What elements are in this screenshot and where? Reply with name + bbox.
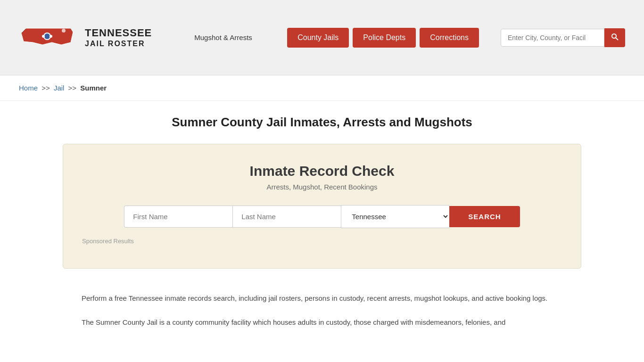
- logo-area: TENNESSEE JAIL ROSTER: [19, 19, 152, 57]
- inmate-search-form: Tennessee Alabama Georgia Kentucky Virgi…: [82, 205, 562, 228]
- tennessee-map-icon: [19, 19, 75, 57]
- record-check-title: Inmate Record Check: [82, 163, 562, 179]
- svg-point-3: [42, 35, 45, 38]
- svg-line-7: [616, 38, 618, 40]
- county-jails-button[interactable]: County Jails: [287, 28, 349, 48]
- breadcrumb-sep1: >>: [41, 84, 50, 92]
- header-right: County Jails Police Depts Corrections: [287, 28, 625, 48]
- police-depts-button[interactable]: Police Depts: [353, 28, 416, 48]
- page-title-area: Sumner County Jail Inmates, Arrests and …: [0, 101, 644, 139]
- state-select[interactable]: Tennessee Alabama Georgia Kentucky Virgi…: [341, 205, 449, 228]
- logo-jail-roster: JAIL ROSTER: [85, 39, 152, 48]
- breadcrumb: Home >> Jail >> Sumner: [19, 84, 107, 92]
- record-check-subtitle: Arrests, Mugshot, Recent Bookings: [82, 183, 562, 191]
- last-name-input[interactable]: [232, 206, 341, 228]
- description-area: Perform a free Tennessee inmate records …: [63, 283, 581, 338]
- header-search-area: [501, 28, 625, 47]
- header: TENNESSEE JAIL ROSTER Mugshot & Arrests …: [0, 0, 644, 75]
- corrections-button[interactable]: Corrections: [420, 28, 479, 48]
- header-search-button[interactable]: [604, 28, 625, 47]
- sponsored-results-label: Sponsored Results: [82, 238, 562, 245]
- page-title: Sumner County Jail Inmates, Arrests and …: [9, 115, 635, 130]
- svg-point-2: [44, 33, 50, 39]
- svg-point-6: [612, 34, 616, 38]
- svg-point-4: [50, 35, 52, 38]
- description-text1: Perform a free Tennessee inmate records …: [82, 292, 562, 304]
- description-text2: The Sumner County Jail is a county commu…: [82, 316, 562, 329]
- logo-tennessee: TENNESSEE: [85, 27, 152, 39]
- mugshot-arrests-link[interactable]: Mugshot & Arrests: [194, 33, 252, 41]
- breadcrumb-sep2: >>: [68, 84, 77, 92]
- breadcrumb-bar: Home >> Jail >> Sumner: [0, 75, 644, 101]
- breadcrumb-home[interactable]: Home: [19, 84, 38, 92]
- breadcrumb-jail[interactable]: Jail: [54, 84, 65, 92]
- header-left: TENNESSEE JAIL ROSTER Mugshot & Arrests: [19, 19, 252, 57]
- nav-buttons: County Jails Police Depts Corrections: [287, 28, 479, 48]
- inmate-search-button[interactable]: SEARCH: [449, 206, 520, 227]
- logo-text: TENNESSEE JAIL ROSTER: [85, 27, 152, 49]
- breadcrumb-current: Sumner: [80, 84, 107, 92]
- first-name-input[interactable]: [124, 206, 232, 228]
- svg-point-5: [62, 29, 66, 33]
- search-icon: [611, 33, 619, 41]
- record-check-box: Inmate Record Check Arrests, Mugshot, Re…: [63, 144, 581, 269]
- header-search-input[interactable]: [501, 29, 604, 47]
